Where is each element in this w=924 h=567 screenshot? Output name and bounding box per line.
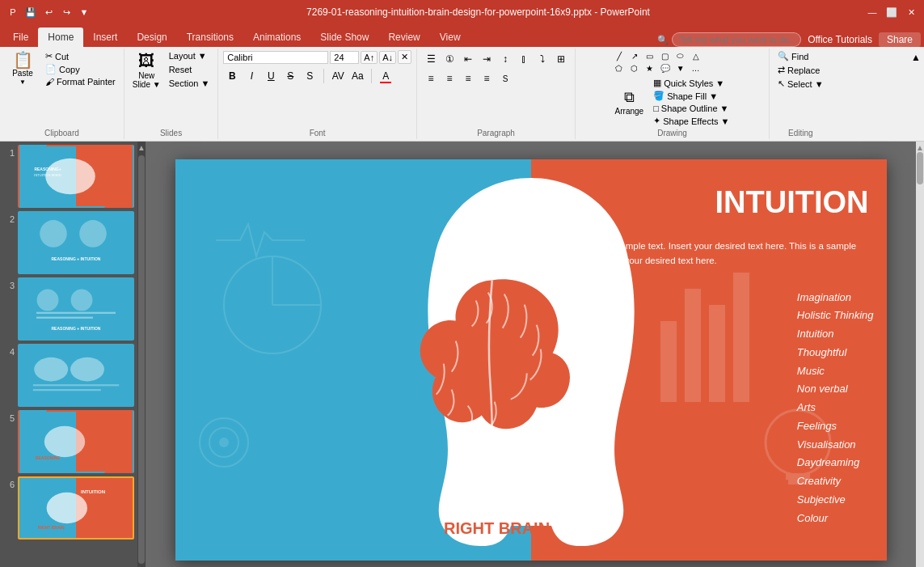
restore-btn[interactable]: ⬜ (885, 6, 898, 19)
quick-save-btn[interactable]: 💾 (24, 6, 37, 19)
tab-view[interactable]: View (430, 28, 470, 47)
shape-ellipse[interactable]: ⬭ (673, 50, 688, 61)
shape-triangle[interactable]: △ (689, 50, 703, 61)
slides-content: 🖼 New Slide ▼ Layout ▼ Reset Section ▼ (129, 50, 213, 127)
shape-arrow[interactable]: ↗ (627, 50, 642, 61)
bold-btn[interactable]: B (223, 67, 241, 85)
customize-btn[interactable]: ▼ (78, 6, 91, 19)
cut-button[interactable]: ✂ Cut (42, 50, 119, 62)
strikethrough-btn[interactable]: S (281, 67, 299, 85)
slide-panel-scrollbar[interactable]: ▲ ▼ (137, 142, 146, 567)
minimize-btn[interactable]: — (866, 6, 879, 19)
slide-thumb-5[interactable]: REASONING (18, 410, 134, 473)
text-shadow-btn[interactable]: S (496, 70, 514, 87)
quick-styles-btn[interactable]: ▦ Quick Styles ▼ (650, 77, 732, 89)
slide-thumb-2[interactable]: REASONING + INTUITION (18, 211, 134, 274)
office-tutorials-btn[interactable]: Office Tutorials (808, 34, 872, 45)
list-item-0: Imagination (797, 289, 874, 307)
reset-button[interactable]: Reset (166, 64, 213, 75)
font-spacing-btn[interactable]: AV (329, 67, 347, 85)
redo-btn[interactable]: ↪ (60, 6, 73, 19)
close-btn[interactable]: ✕ (905, 6, 918, 19)
clipboard-group: 📋 Paste ▼ ✂ Cut 📄 Copy 🖌 Format Painter … (0, 49, 124, 139)
tab-home[interactable]: Home (38, 28, 83, 47)
slides-col: Layout ▼ Reset Section ▼ (166, 50, 213, 89)
increase-indent-btn[interactable]: ⇥ (478, 50, 496, 68)
decrease-indent-btn[interactable]: ⇤ (459, 50, 477, 68)
paste-button[interactable]: 📋 Paste ▼ (5, 50, 40, 87)
font-size-decrease-btn[interactable]: A↓ (379, 51, 396, 64)
shape-outline-btn[interactable]: □ Shape Outline ▼ (650, 103, 732, 114)
collapse-ribbon-btn[interactable]: ▲ (908, 49, 924, 139)
slide-num-3: 3 (3, 281, 15, 290)
canvas-scroll-up[interactable]: ▲ (916, 143, 924, 152)
share-btn[interactable]: Share (879, 32, 921, 47)
font-size-input[interactable] (330, 51, 359, 64)
convert-to-smartart-btn[interactable]: ⊞ (552, 50, 570, 68)
shape-effects-btn[interactable]: ✦ Shape Effects ▼ (650, 115, 732, 127)
change-case-btn[interactable]: Aa (348, 67, 366, 85)
canvas-v-scrollbar[interactable]: ▲ ▼ (916, 142, 924, 567)
slide-thumb-6[interactable]: INTUITION RIGHT BRAIN (18, 476, 134, 539)
shape-star[interactable]: ★ (643, 62, 657, 74)
copy-button[interactable]: 📄 Copy (42, 63, 119, 75)
shape-expand[interactable]: … (689, 62, 703, 74)
text-columns-btn[interactable]: ⫿ (515, 50, 533, 68)
shape-line[interactable]: ╱ (612, 50, 627, 61)
scroll-up-btn[interactable]: ▲ (137, 143, 146, 152)
slide-thumb-3[interactable]: REASONING + INTUITION (18, 277, 134, 341)
slide-thumb-container-1: 1 REASONING+ INTUITION BRAIN (3, 145, 134, 208)
italic-btn[interactable]: I (243, 67, 260, 85)
line-spacing-btn[interactable]: ↕ (496, 50, 514, 68)
clear-format-btn[interactable]: ✕ (398, 50, 411, 64)
undo-btn[interactable]: ↩ (42, 6, 55, 19)
numbering-btn[interactable]: ① (441, 50, 458, 68)
tab-transitions[interactable]: Transitions (177, 28, 243, 47)
shape-more[interactable]: ▼ (673, 62, 688, 74)
canvas-area[interactable]: RIGHT BRAIN INTUITION This is a sample t… (146, 142, 916, 567)
shape-rect[interactable]: ▭ (643, 50, 657, 61)
tab-design[interactable]: Design (127, 28, 176, 47)
select-button[interactable]: ↖ Select ▼ (774, 78, 827, 90)
tab-slideshow[interactable]: Slide Show (310, 28, 378, 47)
tab-review[interactable]: Review (378, 28, 429, 47)
align-center-btn[interactable]: ≡ (441, 70, 458, 87)
shape-rounded-rect[interactable]: ▢ (658, 50, 673, 61)
align-left-btn[interactable]: ≡ (422, 70, 440, 87)
section-button[interactable]: Section ▼ (166, 78, 213, 89)
font-family-select[interactable] (223, 51, 328, 64)
replace-button[interactable]: ⇄ Replace (774, 64, 823, 76)
slides-label: Slides (160, 129, 182, 138)
slide-panel[interactable]: 1 REASONING+ INTUITION BRAIN 2 (0, 142, 137, 567)
text-direction-btn[interactable]: ⤵ (534, 50, 551, 68)
slide-thumb-4[interactable] (18, 344, 134, 407)
shape-callout[interactable]: 💬 (658, 62, 673, 74)
slide-thumb-container-3: 3 REASONING + INTUITION (3, 277, 134, 341)
underline-btn[interactable]: U (262, 67, 280, 85)
slide-thumb-1[interactable]: REASONING+ INTUITION BRAIN (18, 145, 134, 208)
shape-hexagon[interactable]: ⬡ (627, 62, 642, 74)
new-slide-button[interactable]: 🖼 New Slide ▼ (129, 50, 164, 91)
canvas-scroll-thumb[interactable] (917, 152, 923, 184)
svg-rect-35 (660, 321, 677, 402)
arrange-button[interactable]: ⧉ Arrange (612, 87, 648, 117)
editing-content: 🔍 Find ⇄ Replace ↖ Select ▼ (774, 50, 827, 127)
find-button[interactable]: 🔍 Find (774, 50, 812, 62)
tab-insert[interactable]: Insert (83, 28, 127, 47)
slide-canvas[interactable]: RIGHT BRAIN INTUITION This is a sample t… (175, 159, 887, 561)
ribbon-tabs-right: 🔍 Office Tutorials Share (657, 32, 921, 47)
shape-fill-btn[interactable]: 🪣 Shape Fill ▼ (650, 90, 732, 102)
shape-pentagon[interactable]: ⬠ (612, 62, 627, 74)
align-right-btn[interactable]: ≡ (459, 70, 477, 87)
font-color-btn[interactable]: A (377, 67, 394, 85)
para-row-1: ☰ ① ⇤ ⇥ ↕ ⫿ ⤵ ⊞ (422, 50, 570, 68)
tell-me-input[interactable] (672, 32, 801, 47)
font-size-increase-btn[interactable]: A↑ (361, 51, 378, 64)
tab-animations[interactable]: Animations (243, 28, 310, 47)
justify-btn[interactable]: ≡ (478, 70, 496, 87)
shadow-btn[interactable]: S (301, 67, 319, 85)
bullets-btn[interactable]: ☰ (422, 50, 440, 68)
layout-button[interactable]: Layout ▼ (166, 50, 213, 61)
format-painter-button[interactable]: 🖌 Format Painter (42, 76, 119, 87)
tab-file[interactable]: File (3, 28, 38, 47)
